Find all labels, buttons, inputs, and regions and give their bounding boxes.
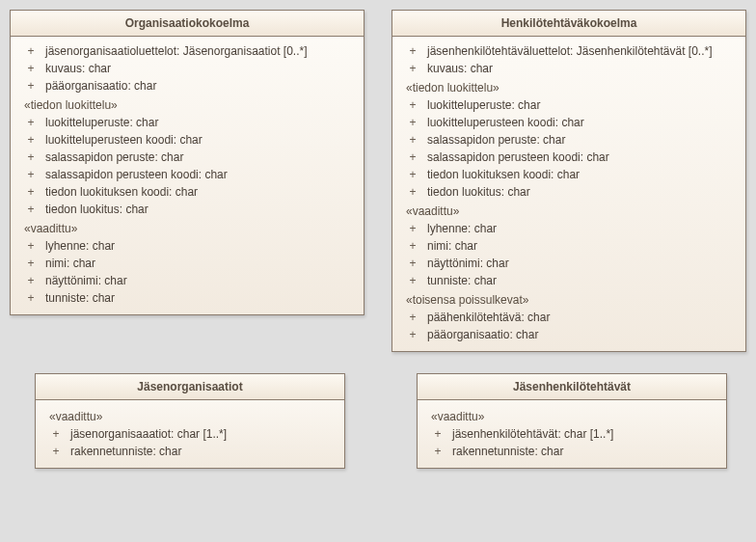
attribute-text: rakennetunniste: char bbox=[70, 444, 337, 459]
visibility-plus-icon: + bbox=[408, 132, 418, 148]
stereotype-label: «tiedon luokittelu» bbox=[406, 81, 738, 95]
visibility-plus-icon: + bbox=[408, 273, 418, 288]
attribute-list: +lyhenne: char+nimi: char+näyttönimi: ch… bbox=[18, 237, 356, 307]
stereotype-label: «vaadittu» bbox=[431, 410, 718, 423]
attribute-list: +luokitteluperuste: char+luokitteluperus… bbox=[400, 96, 738, 201]
attribute-text: luokitteluperusteen koodi: char bbox=[45, 132, 356, 148]
attribute-list: +päähenkilötehtävä: char+pääorganisaatio… bbox=[400, 309, 738, 343]
attribute-text: lyhenne: char bbox=[427, 221, 738, 236]
visibility-plus-icon: + bbox=[26, 238, 36, 254]
attribute-row: +tiedon luokitus: char bbox=[18, 201, 356, 218]
attribute-list: +jäsenorganisaatioluettelot: Jäsenorgani… bbox=[18, 42, 356, 95]
class-title: Organisaatiokokoelma bbox=[11, 11, 364, 37]
attribute-row: +kuvaus: char bbox=[400, 60, 738, 77]
visibility-plus-icon: + bbox=[408, 184, 418, 200]
attribute-list: +jäsenorganisaaatiot: char [1..*]+rakenn… bbox=[43, 425, 337, 460]
visibility-plus-icon: + bbox=[408, 167, 418, 182]
attribute-row: +pääorganisaatio: char bbox=[18, 77, 356, 95]
attribute-row: +luokitteluperuste: char bbox=[18, 114, 356, 131]
visibility-plus-icon: + bbox=[51, 426, 61, 442]
visibility-plus-icon: + bbox=[408, 310, 418, 325]
stereotype-label: «vaadittu» bbox=[49, 410, 337, 423]
attribute-row: +lyhenne: char bbox=[18, 237, 356, 255]
attribute-text: tiedon luokitus: char bbox=[427, 184, 738, 200]
attribute-row: +salassapidon perusteen koodi: char bbox=[400, 149, 738, 166]
attribute-text: luokitteluperuste: char bbox=[427, 97, 738, 113]
attribute-row: +salassapidon peruste: char bbox=[400, 131, 738, 149]
attribute-list: +jäsenhenkilötehtävät: char [1..*]+raken… bbox=[425, 425, 718, 460]
attribute-text: salassapidon peruste: char bbox=[427, 132, 738, 148]
attribute-row: +pääorganisaatio: char bbox=[400, 326, 738, 343]
attribute-text: rakennetunniste: char bbox=[452, 444, 718, 459]
uml-class-jasenhenkilotehtavat: Jäsenhenkilötehtävät«vaadittu»+jäsenhenk… bbox=[417, 373, 727, 469]
attribute-row: +näyttönimi: char bbox=[400, 255, 738, 272]
attribute-row: +tiedon luokituksen koodi: char bbox=[400, 166, 738, 183]
attribute-row: +salassapidon perusteen koodi: char bbox=[18, 166, 356, 183]
attribute-text: päähenkilötehtävä: char bbox=[427, 310, 738, 325]
visibility-plus-icon: + bbox=[408, 149, 418, 165]
attribute-row: +tunniste: char bbox=[400, 272, 738, 289]
uml-class-organisaatiokokoelma: Organisaatiokokoelma+jäsenorganisaatiolu… bbox=[10, 10, 364, 315]
attribute-text: pääorganisaatio: char bbox=[45, 78, 356, 94]
uml-class-jasenorganisaatiot: Jäsenorganisaatiot«vaadittu»+jäsenorgani… bbox=[35, 373, 345, 469]
attribute-text: luokitteluperusteen koodi: char bbox=[427, 115, 738, 130]
attribute-text: tiedon luokitus: char bbox=[45, 202, 356, 217]
attribute-row: +nimi: char bbox=[400, 237, 738, 255]
attribute-row: +jäsenhenkilötehtäväluettelot: Jäsenhenk… bbox=[400, 42, 738, 60]
attribute-list: +jäsenhenkilötehtäväluettelot: Jäsenhenk… bbox=[400, 42, 738, 77]
stereotype-label: «vaadittu» bbox=[24, 222, 356, 235]
visibility-plus-icon: + bbox=[408, 327, 418, 342]
visibility-plus-icon: + bbox=[433, 444, 443, 459]
attribute-text: pääorganisaatio: char bbox=[427, 327, 738, 342]
visibility-plus-icon: + bbox=[408, 43, 418, 59]
attribute-row: +tiedon luokitus: char bbox=[400, 183, 738, 201]
class-body: +jäsenhenkilötehtäväluettelot: Jäsenhenk… bbox=[392, 37, 745, 351]
attribute-text: kuvaus: char bbox=[45, 61, 356, 76]
attribute-text: tunniste: char bbox=[427, 273, 738, 288]
attribute-row: +nimi: char bbox=[18, 255, 356, 272]
class-title: Henkilötehtäväkokoelma bbox=[392, 11, 745, 37]
visibility-plus-icon: + bbox=[26, 132, 36, 148]
attribute-row: +jäsenorganisaatioluettelot: Jäsenorgani… bbox=[18, 42, 356, 60]
attribute-row: +jäsenhenkilötehtävät: char [1..*] bbox=[425, 425, 718, 443]
class-body: «vaadittu»+jäsenhenkilötehtävät: char [1… bbox=[418, 400, 726, 468]
attribute-text: luokitteluperuste: char bbox=[45, 115, 356, 130]
attribute-text: näyttönimi: char bbox=[45, 273, 356, 288]
visibility-plus-icon: + bbox=[26, 78, 36, 94]
attribute-list: +lyhenne: char+nimi: char+näyttönimi: ch… bbox=[400, 220, 738, 289]
class-body: +jäsenorganisaatioluettelot: Jäsenorgani… bbox=[11, 37, 364, 314]
visibility-plus-icon: + bbox=[408, 221, 418, 236]
attribute-text: salassapidon perusteen koodi: char bbox=[45, 167, 356, 182]
attribute-text: jäsenhenkilötehtäväluettelot: Jäsenhenki… bbox=[427, 43, 738, 59]
attribute-text: salassapidon perusteen koodi: char bbox=[427, 149, 738, 165]
stereotype-label: «toisensa poissulkevat» bbox=[406, 293, 738, 307]
visibility-plus-icon: + bbox=[26, 43, 36, 59]
attribute-row: +kuvaus: char bbox=[18, 60, 356, 77]
attribute-text: jäsenorganisaatioluettelot: Jäsenorganis… bbox=[45, 43, 356, 59]
attribute-text: tiedon luokituksen koodi: char bbox=[45, 184, 356, 200]
class-body: «vaadittu»+jäsenorganisaaatiot: char [1.… bbox=[36, 400, 344, 468]
attribute-text: nimi: char bbox=[45, 256, 356, 271]
stereotype-label: «vaadittu» bbox=[406, 204, 738, 218]
visibility-plus-icon: + bbox=[408, 61, 418, 76]
visibility-plus-icon: + bbox=[26, 256, 36, 271]
attribute-row: +rakennetunniste: char bbox=[425, 443, 718, 460]
attribute-row: +lyhenne: char bbox=[400, 220, 738, 237]
attribute-text: tiedon luokituksen koodi: char bbox=[427, 167, 738, 182]
attribute-row: +päähenkilötehtävä: char bbox=[400, 309, 738, 326]
visibility-plus-icon: + bbox=[26, 115, 36, 130]
class-title: Jäsenorganisaatiot bbox=[36, 374, 344, 400]
visibility-plus-icon: + bbox=[26, 184, 36, 200]
attribute-row: +tunniste: char bbox=[18, 289, 356, 307]
attribute-row: +salassapidon peruste: char bbox=[18, 149, 356, 166]
attribute-row: +luokitteluperusteen koodi: char bbox=[400, 114, 738, 131]
visibility-plus-icon: + bbox=[26, 202, 36, 217]
visibility-plus-icon: + bbox=[26, 61, 36, 76]
attribute-text: lyhenne: char bbox=[45, 238, 356, 254]
visibility-plus-icon: + bbox=[26, 273, 36, 288]
visibility-plus-icon: + bbox=[433, 426, 443, 442]
visibility-plus-icon: + bbox=[408, 238, 418, 254]
attribute-text: jäsenhenkilötehtävät: char [1..*] bbox=[452, 426, 718, 442]
attribute-row: +näyttönimi: char bbox=[18, 272, 356, 289]
visibility-plus-icon: + bbox=[26, 290, 36, 306]
